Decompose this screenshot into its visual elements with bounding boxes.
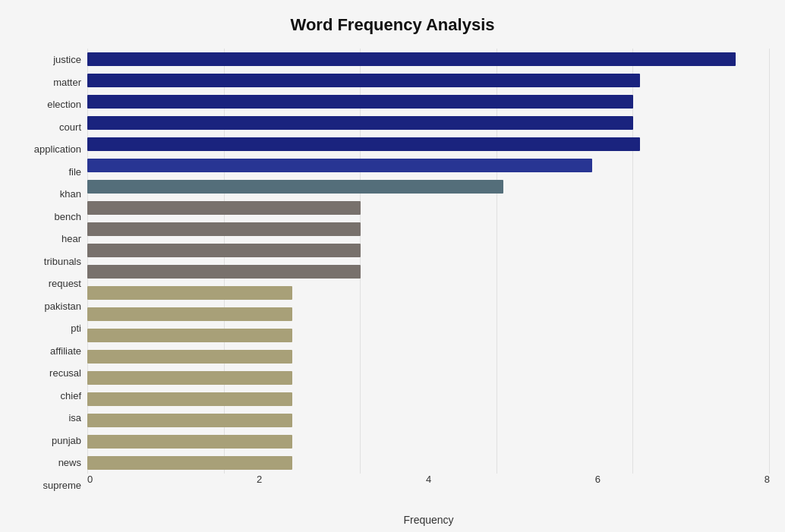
bar-row xyxy=(87,412,770,429)
bar xyxy=(87,435,292,449)
bar-row xyxy=(87,200,770,216)
chart-area: justicematterelectioncourtapplicationfil… xyxy=(15,49,770,496)
y-label: affiliate xyxy=(15,346,81,356)
bars-area: 02468 xyxy=(87,49,770,496)
bar xyxy=(87,350,292,364)
bar xyxy=(87,392,292,406)
bar xyxy=(87,244,361,257)
bar-row xyxy=(87,242,770,259)
bar xyxy=(87,201,361,215)
y-label: punjab xyxy=(15,436,81,445)
y-label: pakistan xyxy=(15,301,81,311)
y-label: hear xyxy=(15,234,81,244)
y-label: chief xyxy=(15,391,81,401)
bar-row xyxy=(87,327,770,344)
x-tick: 8 xyxy=(765,474,770,485)
bar-row xyxy=(87,157,770,174)
bar xyxy=(87,371,292,385)
bar xyxy=(87,456,292,470)
y-label: bench xyxy=(15,212,81,222)
y-label: tribunals xyxy=(15,257,81,266)
bar-row xyxy=(87,391,770,408)
bar-row xyxy=(87,178,770,195)
bar-row xyxy=(87,93,770,110)
y-label: isa xyxy=(15,413,81,423)
x-axis-label: Frequency xyxy=(72,514,785,526)
y-label: khan xyxy=(15,189,81,199)
y-label: recusal xyxy=(15,368,81,378)
bar-row xyxy=(87,433,770,450)
bar xyxy=(87,137,640,151)
x-tick: 6 xyxy=(595,474,601,485)
bars-wrapper xyxy=(87,49,770,474)
y-label: news xyxy=(15,458,81,467)
y-label: application xyxy=(15,144,81,154)
y-label: supreme xyxy=(15,480,81,490)
x-tick: 4 xyxy=(426,474,431,485)
x-tick: 0 xyxy=(87,474,93,485)
x-axis: 02468 xyxy=(87,474,770,496)
bar xyxy=(87,159,592,172)
y-label: request xyxy=(15,279,81,288)
x-tick: 2 xyxy=(257,474,262,485)
bar xyxy=(87,222,361,236)
y-label: pti xyxy=(15,323,81,333)
bar-row xyxy=(87,285,770,301)
bar xyxy=(87,52,736,66)
y-label: court xyxy=(15,122,81,132)
chart-container: Word Frequency Analysis justicematterele… xyxy=(0,0,785,532)
bar xyxy=(87,307,292,321)
chart-title: Word Frequency Analysis xyxy=(15,15,770,35)
bar xyxy=(87,414,292,427)
bar-row xyxy=(87,115,770,131)
bar-row xyxy=(87,136,770,153)
bar xyxy=(87,95,633,109)
bar-row xyxy=(87,51,770,68)
bar-row xyxy=(87,72,770,89)
bar-row xyxy=(87,370,770,386)
y-label: election xyxy=(15,99,81,109)
bar xyxy=(87,180,503,194)
bar-row xyxy=(87,306,770,323)
y-labels: justicematterelectioncourtapplicationfil… xyxy=(15,49,87,496)
bar xyxy=(87,265,361,279)
bar xyxy=(87,74,640,87)
bar-row xyxy=(87,221,770,238)
bar-row xyxy=(87,348,770,365)
bar xyxy=(87,286,292,300)
bar-row xyxy=(87,455,770,471)
y-label: justice xyxy=(15,55,81,65)
y-label: matter xyxy=(15,77,81,87)
bar-row xyxy=(87,263,770,280)
bar xyxy=(87,329,292,342)
bar xyxy=(87,116,633,130)
y-label: file xyxy=(15,167,81,177)
